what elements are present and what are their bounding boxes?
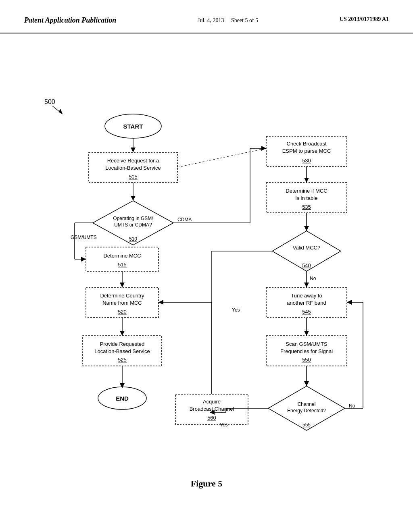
node-555-num: 555 — [302, 422, 311, 428]
arrow-555-no-545-head — [347, 300, 352, 305]
node-505-num: 505 — [129, 174, 138, 180]
arrow-560-520-head — [159, 300, 163, 305]
node-550-num: 550 — [302, 357, 311, 363]
figure-caption: Figure 5 — [191, 478, 222, 489]
publication-date: Jul. 4, 2013 — [198, 17, 224, 23]
node-545-text1: Tune away to — [291, 293, 322, 299]
node-505-text2: Location-Based Service — [105, 165, 161, 171]
node-535-text2: is in table — [296, 195, 318, 201]
node-545-text2: another RF band — [287, 300, 326, 306]
node-555-text1: Channel — [298, 401, 316, 407]
figure-number: 500 — [44, 98, 55, 105]
page-header: Patent Application Publication Jul. 4, 2… — [0, 0, 413, 33]
arrow-550-555-head — [304, 381, 309, 386]
node-520-text2: Name from MCC — [102, 300, 142, 306]
node-550-text1: Scan GSM/UMTS — [286, 341, 327, 347]
arrow-530-535-head — [304, 178, 309, 183]
yes-label-540: Yes — [232, 307, 240, 313]
arrow-535-540-head — [304, 226, 309, 231]
node-510-text2: UMTS or CDMA? — [114, 222, 152, 228]
flowchart-svg: 500 START Receive Request for a Location… — [0, 33, 413, 497]
arrow-540-545-head — [304, 283, 309, 287]
figure-arrow-head — [58, 109, 63, 114]
node-515-text1: Determine MCC — [103, 253, 141, 259]
node-520-num: 520 — [118, 309, 127, 315]
patent-number: US 2013/0171989 A1 — [340, 16, 389, 23]
node-505-text1: Receive Request for a — [107, 158, 159, 164]
node-515 — [86, 247, 159, 271]
dashed-505-530 — [177, 148, 266, 167]
node-515-num: 515 — [118, 262, 127, 268]
publication-info: Jul. 4, 2013 Sheet 5 of 5 — [198, 16, 258, 25]
no-label-555: No — [349, 403, 355, 409]
cdma-label: CDMA — [177, 217, 192, 222]
publication-title: Patent Application Publication — [24, 16, 116, 25]
node-550-text2: Frequencies for Signal — [280, 348, 333, 354]
diagram-area: 500 START Receive Request for a Location… — [0, 33, 413, 497]
node-560-text1: Acquire — [203, 399, 221, 405]
arrow-545-550-head — [304, 331, 309, 336]
arrow-520-525-head — [120, 331, 125, 336]
node-525-text2: Location-Based Service — [94, 348, 150, 354]
node-540-text1: Valid MCC? — [293, 245, 320, 251]
node-525-text1: Provide Requested — [100, 341, 145, 347]
node-510-num: 510 — [129, 236, 137, 242]
end-label: END — [116, 395, 129, 402]
arrow-525-end-head — [120, 383, 125, 388]
node-520-text1: Determine Country — [100, 293, 144, 299]
node-555-text2: Energy Detected? — [287, 408, 326, 414]
publication-sheet: Sheet 5 of 5 — [231, 17, 258, 23]
page: Patent Application Publication Jul. 4, 2… — [0, 0, 413, 532]
node-535-num: 535 — [302, 204, 311, 210]
node-540-num: 540 — [302, 262, 311, 268]
yes-label-555: Yes — [220, 422, 228, 428]
node-530-text1: Check Broadcast — [287, 141, 327, 147]
node-530-text2: ESPM to parse MCC — [282, 148, 331, 154]
node-525-num: 525 — [118, 357, 127, 363]
arrow-515-520-head — [120, 283, 125, 287]
arrow-505-510-head — [131, 196, 136, 201]
node-535-text1: Determine if MCC — [286, 188, 327, 194]
node-530-num: 530 — [302, 158, 311, 164]
node-510-text1: Operating in GSM/ — [113, 216, 153, 221]
no-label-540: No — [310, 276, 316, 281]
arrow-510-515-head — [81, 257, 86, 262]
node-560-num: 560 — [207, 415, 216, 421]
node-545-num: 545 — [302, 309, 311, 315]
arrow-start-505-head — [131, 148, 136, 152]
node-560-text2: Broadcast Channel — [190, 406, 234, 412]
arrow-to-530-head — [261, 146, 266, 151]
start-label: START — [123, 123, 143, 130]
